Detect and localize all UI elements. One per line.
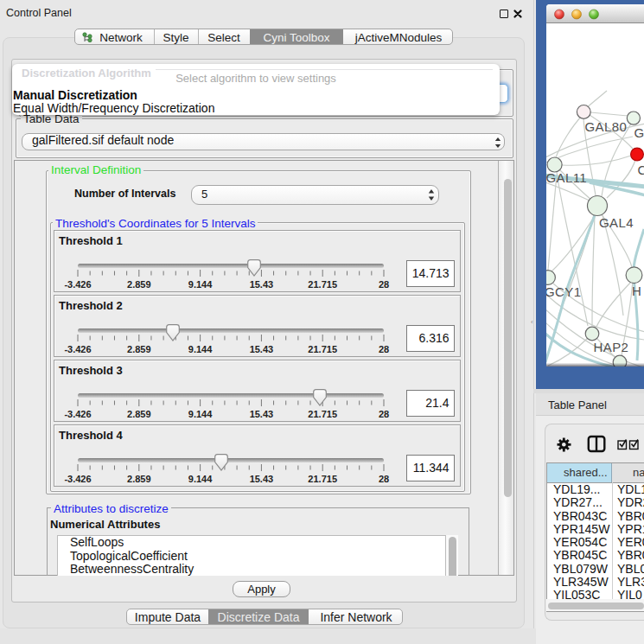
svg-text:GAL4: GAL4 <box>599 215 634 230</box>
svg-text:GA: GA <box>634 125 644 140</box>
svg-text:GAL11: GAL11 <box>546 170 587 185</box>
svg-text:HAP2: HAP2 <box>594 340 629 354</box>
svg-text:C: C <box>638 163 644 177</box>
svg-text:GAL80: GAL80 <box>585 119 628 134</box>
svg-text:H: H <box>632 284 641 298</box>
svg-text:GCY1: GCY1 <box>546 284 581 299</box>
